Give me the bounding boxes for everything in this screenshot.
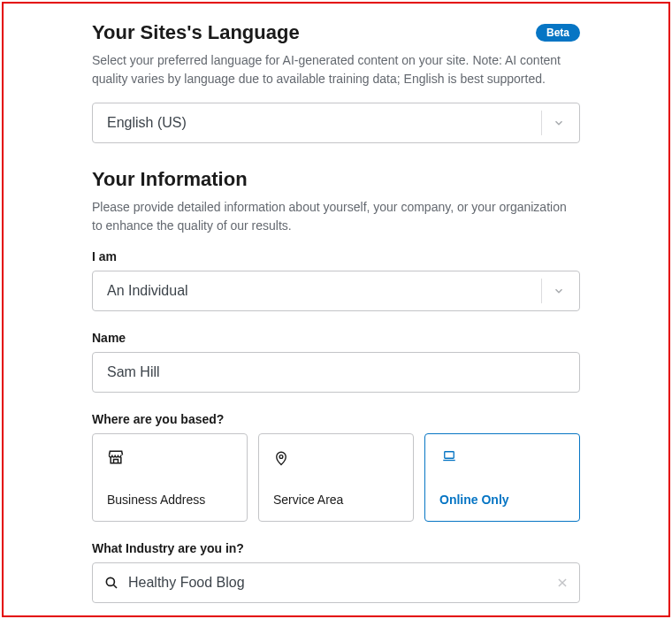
industry-field: What Industry are you in? Healthy Food B… — [92, 541, 580, 603]
option-label: Service Area — [273, 493, 399, 507]
option-service-area[interactable]: Service Area — [258, 433, 414, 522]
language-select[interactable]: English (US) — [92, 103, 580, 143]
svg-rect-1 — [445, 452, 454, 459]
chevron-down-icon — [541, 111, 565, 135]
name-input[interactable] — [92, 352, 580, 393]
language-section: Your Sites's Language Beta Select your p… — [92, 21, 580, 143]
pin-icon — [273, 448, 399, 468]
language-value: English (US) — [107, 115, 541, 131]
svg-line-3 — [113, 585, 117, 588]
iam-field: I am An Individual — [92, 249, 580, 311]
based-label: Where are you based? — [92, 412, 580, 426]
info-desc: Please provide detailed information abou… — [92, 198, 580, 235]
svg-point-0 — [279, 455, 283, 459]
industry-label: What Industry are you in? — [92, 541, 580, 555]
info-title: Your Information — [92, 168, 248, 191]
info-section: Your Information Please provide detailed… — [92, 168, 580, 603]
search-icon — [103, 575, 119, 591]
svg-point-2 — [106, 577, 114, 585]
based-field: Where are you based? Business Address — [92, 412, 580, 522]
iam-select[interactable]: An Individual — [92, 271, 580, 311]
chevron-down-icon — [541, 279, 565, 303]
store-icon — [107, 448, 233, 468]
option-online-only[interactable]: Online Only — [424, 433, 580, 522]
iam-value: An Individual — [107, 283, 541, 299]
name-field: Name — [92, 331, 580, 393]
industry-value: Healthy Food Blog — [119, 575, 556, 591]
industry-search[interactable]: Healthy Food Blog — [92, 562, 580, 603]
option-business-address[interactable]: Business Address — [92, 433, 248, 522]
iam-label: I am — [92, 249, 580, 264]
close-icon[interactable] — [556, 577, 569, 589]
option-label: Online Only — [439, 493, 565, 507]
name-label: Name — [92, 331, 580, 345]
language-title: Your Sites's Language — [92, 21, 300, 44]
laptop-icon — [439, 448, 565, 468]
language-desc: Select your preferred language for AI-ge… — [92, 51, 580, 88]
beta-badge: Beta — [536, 24, 580, 42]
option-label: Business Address — [107, 493, 233, 507]
